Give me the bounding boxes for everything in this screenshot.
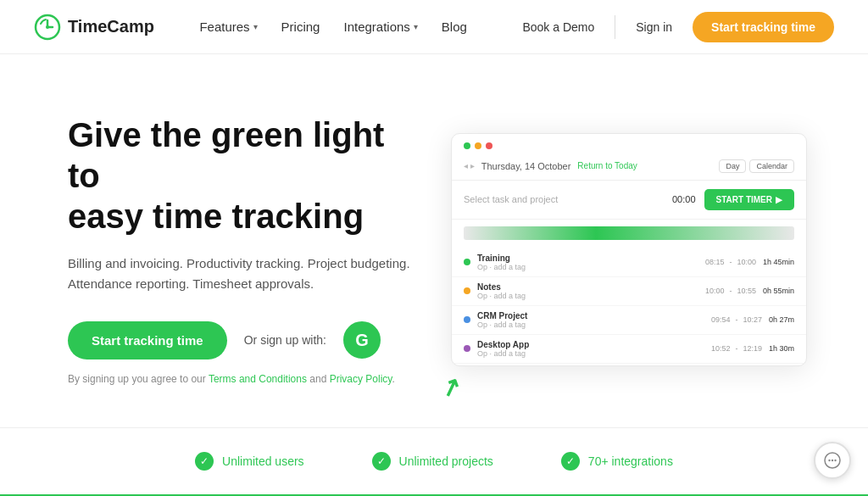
features-bar: ✓ Unlimited users ✓ Unlimited projects ✓… (0, 427, 868, 494)
nav-features[interactable]: Features ▾ (199, 20, 257, 34)
entry-info: CRM Project Op · add a tag (477, 311, 704, 329)
entry-color-dot (464, 287, 470, 294)
entry-info: Desktop App Op · add a tag (477, 340, 704, 358)
entry-duration: 1h 45min (763, 258, 794, 266)
check-icon: ✓ (561, 452, 580, 471)
svg-point-5 (834, 460, 836, 461)
nav-blog[interactable]: Blog (442, 20, 467, 34)
entry-times: 08:15 - 10:00 (705, 258, 756, 266)
table-row: Notes Op · add a tag 10:00 - 10:55 0h 55… (452, 277, 806, 306)
hero-actions: Start tracking time Or sign up with: G (68, 321, 424, 359)
svg-point-3 (828, 460, 830, 461)
entry-separator: - (729, 287, 732, 295)
mockup-timeline (452, 220, 806, 247)
integrations-chevron-icon: ▾ (414, 22, 418, 31)
feature-label: Unlimited projects (399, 454, 493, 468)
hero-title: Give the green light to easy time tracki… (68, 114, 424, 237)
feature-item: ✓ 70+ integrations (561, 452, 673, 471)
table-row: CRM Project Op · add a tag 09:54 - 10:27… (452, 306, 806, 335)
hero-illustration: ◂ ▸ Thursday, 14 October Return to Today… (424, 133, 834, 366)
entry-duration: 1h 30m (769, 344, 794, 353)
start-timer-button[interactable]: START TIMER ▶ (704, 189, 794, 210)
feature-label: Unlimited users (222, 454, 303, 468)
entry-start: 10:00 (705, 287, 725, 295)
nav-book-demo[interactable]: Book a Demo (512, 14, 604, 41)
dot-yellow (475, 142, 481, 149)
hero-content: Give the green light to easy time tracki… (68, 114, 424, 385)
entry-times: 10:52 - 12:19 (711, 344, 762, 353)
dot-green (464, 142, 470, 149)
entry-times: 10:00 - 10:55 (705, 287, 756, 295)
feature-label: 70+ integrations (588, 454, 673, 468)
features-chevron-icon: ▾ (253, 22, 258, 31)
nav-integrations[interactable]: Integrations ▾ (343, 20, 417, 34)
mockup-dots (452, 134, 806, 156)
day-view-button[interactable]: Day (719, 159, 746, 173)
entry-start: 10:52 (711, 344, 731, 353)
feature-item: ✓ Unlimited projects (372, 452, 493, 471)
terms-link[interactable]: Terms and Conditions (209, 373, 307, 385)
entry-start: 08:15 (705, 258, 725, 266)
entry-sub: Op · add a tag (477, 263, 698, 271)
logo-icon (34, 14, 61, 41)
nav-signin[interactable]: Sign in (626, 14, 682, 41)
entry-info: Training Op · add a tag (477, 254, 698, 271)
chat-icon (823, 451, 842, 470)
navbar: TimeCamp Features ▾ Pricing Integrations… (0, 0, 868, 54)
svg-point-1 (46, 25, 49, 29)
logo-text: TimeCamp (68, 17, 154, 36)
nav-right: Book a Demo Sign in Start tracking time (512, 12, 834, 42)
calendar-view-button[interactable]: Calendar (749, 159, 794, 173)
entry-sub: Op · add a tag (477, 292, 698, 300)
entry-times: 09:54 - 10:27 (711, 315, 762, 324)
task-input[interactable]: Select task and project (464, 194, 664, 204)
check-icon: ✓ (372, 452, 391, 471)
entry-sub: Op · add a tag (477, 320, 704, 329)
entry-sub: Op · add a tag (477, 349, 704, 358)
mockup-time: 00:00 (672, 194, 696, 204)
logo[interactable]: TimeCamp (34, 14, 154, 41)
nav-links: Features ▾ Pricing Integrations ▾ Blog (199, 20, 466, 34)
decorative-arrow: ↗ (437, 373, 464, 402)
mockup-timer-row: Select task and project 00:00 START TIME… (452, 181, 806, 220)
entry-separator: - (729, 258, 732, 266)
entry-name: Training (477, 254, 698, 263)
google-signup-button[interactable]: G (343, 321, 381, 359)
entry-name: Desktop App (477, 340, 704, 349)
entry-name: Notes (477, 282, 698, 292)
hero-legal: By signing up you agree to our Terms and… (68, 373, 424, 385)
mockup-return[interactable]: Return to Today (577, 161, 637, 170)
svg-point-4 (832, 460, 833, 461)
nav-cta-button[interactable]: Start tracking time (693, 12, 834, 42)
dot-red (486, 142, 492, 149)
table-row: Desktop App Op · add a tag 10:52 - 12:19… (452, 335, 806, 364)
entry-end: 10:27 (743, 315, 762, 324)
entry-color-dot (464, 316, 470, 323)
entry-separator: - (735, 344, 737, 353)
privacy-link[interactable]: Privacy Policy (330, 373, 392, 385)
nav-divider (615, 15, 615, 39)
entry-start: 09:54 (711, 315, 731, 324)
entry-color-dot (464, 259, 470, 265)
entry-separator: - (735, 315, 737, 324)
mockup-entries: Training Op · add a tag 08:15 - 10:00 1h… (452, 247, 806, 365)
nav-pricing[interactable]: Pricing (281, 20, 320, 34)
hero-cta-button[interactable]: Start tracking time (68, 321, 227, 359)
mockup-header: ◂ ▸ Thursday, 14 October Return to Today… (452, 156, 806, 181)
mockup-view-buttons: Day Calendar (719, 159, 794, 173)
mockup-date: Thursday, 14 October (481, 161, 571, 171)
chat-button[interactable] (814, 442, 851, 479)
hero-subtitle: Billing and invoicing. Productivity trac… (68, 254, 424, 294)
check-icon: ✓ (195, 452, 214, 471)
table-row: Training Op · add a tag 08:15 - 10:00 1h… (452, 248, 806, 277)
play-icon: ▶ (776, 195, 782, 204)
app-mockup: ◂ ▸ Thursday, 14 October Return to Today… (451, 133, 807, 366)
entry-end: 12:19 (743, 344, 762, 353)
feature-item: ✓ Unlimited users (195, 452, 303, 471)
entry-info: Notes Op · add a tag (477, 282, 698, 300)
entry-end: 10:00 (737, 258, 756, 266)
hero-section: Give the green light to easy time tracki… (0, 54, 868, 427)
entry-end: 10:55 (737, 287, 756, 295)
entry-name: CRM Project (477, 311, 704, 320)
entry-color-dot (464, 345, 470, 352)
